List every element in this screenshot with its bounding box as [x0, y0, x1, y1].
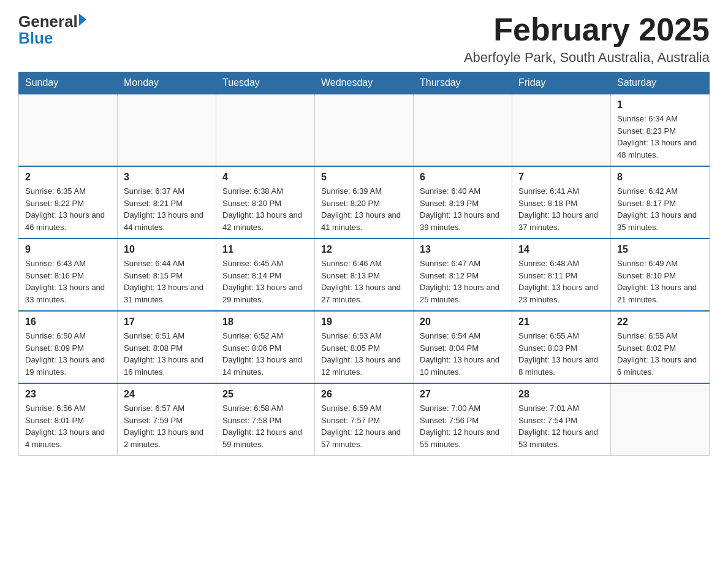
- day-info: Sunrise: 6:55 AM Sunset: 8:03 PM Dayligh…: [518, 330, 604, 378]
- day-number: 23: [25, 389, 111, 400]
- calendar-empty-cell: [19, 94, 118, 166]
- day-info: Sunrise: 6:53 AM Sunset: 8:05 PM Dayligh…: [321, 330, 407, 378]
- calendar-header-wednesday: Wednesday: [315, 72, 414, 94]
- calendar-table: SundayMondayTuesdayWednesdayThursdayFrid…: [18, 72, 710, 456]
- calendar-day-12: 12Sunrise: 6:46 AM Sunset: 8:13 PM Dayli…: [315, 239, 414, 311]
- day-number: 27: [420, 389, 506, 400]
- day-number: 12: [321, 244, 407, 255]
- logo: General Blue: [18, 12, 86, 48]
- calendar-day-18: 18Sunrise: 6:52 AM Sunset: 8:06 PM Dayli…: [216, 311, 315, 383]
- day-info: Sunrise: 6:39 AM Sunset: 8:20 PM Dayligh…: [321, 185, 407, 233]
- calendar-header-tuesday: Tuesday: [216, 72, 315, 94]
- logo-arrow-icon: [79, 13, 86, 26]
- calendar-week-row: 1Sunrise: 6:34 AM Sunset: 8:23 PM Daylig…: [19, 94, 710, 166]
- calendar-week-row: 23Sunrise: 6:56 AM Sunset: 8:01 PM Dayli…: [19, 383, 710, 456]
- calendar-header-sunday: Sunday: [19, 72, 118, 94]
- day-info: Sunrise: 6:45 AM Sunset: 8:14 PM Dayligh…: [222, 258, 308, 305]
- calendar-day-3: 3Sunrise: 6:37 AM Sunset: 8:21 PM Daylig…: [118, 166, 216, 239]
- calendar-week-row: 16Sunrise: 6:50 AM Sunset: 8:09 PM Dayli…: [19, 311, 710, 383]
- calendar-day-23: 23Sunrise: 6:56 AM Sunset: 8:01 PM Dayli…: [19, 383, 118, 456]
- calendar-day-27: 27Sunrise: 7:00 AM Sunset: 7:56 PM Dayli…: [414, 383, 512, 456]
- calendar-day-14: 14Sunrise: 6:48 AM Sunset: 8:11 PM Dayli…: [512, 239, 611, 311]
- calendar-day-8: 8Sunrise: 6:42 AM Sunset: 8:17 PM Daylig…: [611, 166, 710, 239]
- day-info: Sunrise: 7:00 AM Sunset: 7:56 PM Dayligh…: [420, 402, 506, 450]
- day-info: Sunrise: 6:44 AM Sunset: 8:15 PM Dayligh…: [124, 258, 210, 305]
- calendar-day-24: 24Sunrise: 6:57 AM Sunset: 7:59 PM Dayli…: [118, 383, 216, 456]
- calendar-empty-cell: [414, 94, 512, 166]
- day-number: 20: [420, 316, 506, 327]
- calendar-day-19: 19Sunrise: 6:53 AM Sunset: 8:05 PM Dayli…: [315, 311, 414, 383]
- day-number: 7: [518, 172, 604, 183]
- day-info: Sunrise: 6:59 AM Sunset: 7:57 PM Dayligh…: [321, 402, 407, 450]
- day-number: 2: [25, 172, 111, 183]
- calendar-day-26: 26Sunrise: 6:59 AM Sunset: 7:57 PM Dayli…: [315, 383, 414, 456]
- day-info: Sunrise: 6:52 AM Sunset: 8:06 PM Dayligh…: [222, 330, 308, 378]
- logo-blue-text: Blue: [18, 29, 53, 48]
- calendar-header-saturday: Saturday: [611, 72, 710, 94]
- day-number: 10: [124, 244, 210, 255]
- day-number: 13: [420, 244, 506, 255]
- location-subtitle: Aberfoyle Park, South Australia, Austral…: [464, 50, 710, 66]
- calendar-day-1: 1Sunrise: 6:34 AM Sunset: 8:23 PM Daylig…: [611, 94, 710, 166]
- day-info: Sunrise: 6:37 AM Sunset: 8:21 PM Dayligh…: [124, 185, 210, 233]
- calendar-header-row: SundayMondayTuesdayWednesdayThursdayFrid…: [19, 72, 710, 94]
- day-number: 3: [124, 172, 210, 183]
- day-number: 22: [617, 316, 703, 327]
- day-number: 25: [222, 389, 308, 400]
- day-info: Sunrise: 6:57 AM Sunset: 7:59 PM Dayligh…: [124, 402, 210, 450]
- day-info: Sunrise: 6:49 AM Sunset: 8:10 PM Dayligh…: [617, 258, 703, 305]
- calendar-day-20: 20Sunrise: 6:54 AM Sunset: 8:04 PM Dayli…: [414, 311, 512, 383]
- day-info: Sunrise: 6:41 AM Sunset: 8:18 PM Dayligh…: [518, 185, 604, 233]
- day-info: Sunrise: 6:43 AM Sunset: 8:16 PM Dayligh…: [25, 258, 111, 305]
- calendar-day-22: 22Sunrise: 6:55 AM Sunset: 8:02 PM Dayli…: [611, 311, 710, 383]
- day-number: 4: [222, 172, 308, 183]
- calendar-empty-cell: [512, 94, 611, 166]
- day-number: 1: [617, 99, 703, 110]
- calendar-day-16: 16Sunrise: 6:50 AM Sunset: 8:09 PM Dayli…: [19, 311, 118, 383]
- day-number: 17: [124, 316, 210, 327]
- day-number: 26: [321, 389, 407, 400]
- day-number: 11: [222, 244, 308, 255]
- month-title: February 2025: [464, 12, 710, 47]
- day-info: Sunrise: 7:01 AM Sunset: 7:54 PM Dayligh…: [518, 402, 604, 450]
- day-number: 21: [518, 316, 604, 327]
- day-info: Sunrise: 6:51 AM Sunset: 8:08 PM Dayligh…: [124, 330, 210, 378]
- day-number: 15: [617, 244, 703, 255]
- page-header: General Blue February 2025 Aberfoyle Par…: [18, 12, 710, 66]
- calendar-day-28: 28Sunrise: 7:01 AM Sunset: 7:54 PM Dayli…: [512, 383, 611, 456]
- calendar-day-7: 7Sunrise: 6:41 AM Sunset: 8:18 PM Daylig…: [512, 166, 611, 239]
- day-info: Sunrise: 6:56 AM Sunset: 8:01 PM Dayligh…: [25, 402, 111, 450]
- day-info: Sunrise: 6:46 AM Sunset: 8:13 PM Dayligh…: [321, 258, 407, 305]
- calendar-day-2: 2Sunrise: 6:35 AM Sunset: 8:22 PM Daylig…: [19, 166, 118, 239]
- day-number: 16: [25, 316, 111, 327]
- day-number: 9: [25, 244, 111, 255]
- day-number: 28: [518, 389, 604, 400]
- day-info: Sunrise: 6:50 AM Sunset: 8:09 PM Dayligh…: [25, 330, 111, 378]
- day-info: Sunrise: 6:58 AM Sunset: 7:58 PM Dayligh…: [222, 402, 308, 450]
- calendar-empty-cell: [611, 383, 710, 456]
- calendar-day-5: 5Sunrise: 6:39 AM Sunset: 8:20 PM Daylig…: [315, 166, 414, 239]
- calendar-empty-cell: [118, 94, 216, 166]
- calendar-day-13: 13Sunrise: 6:47 AM Sunset: 8:12 PM Dayli…: [414, 239, 512, 311]
- calendar-day-10: 10Sunrise: 6:44 AM Sunset: 8:15 PM Dayli…: [118, 239, 216, 311]
- calendar-week-row: 2Sunrise: 6:35 AM Sunset: 8:22 PM Daylig…: [19, 166, 710, 239]
- day-number: 18: [222, 316, 308, 327]
- day-info: Sunrise: 6:48 AM Sunset: 8:11 PM Dayligh…: [518, 258, 604, 305]
- day-info: Sunrise: 6:47 AM Sunset: 8:12 PM Dayligh…: [420, 258, 506, 305]
- calendar-header-thursday: Thursday: [414, 72, 512, 94]
- calendar-empty-cell: [315, 94, 414, 166]
- day-number: 14: [518, 244, 604, 255]
- day-info: Sunrise: 6:38 AM Sunset: 8:20 PM Dayligh…: [222, 185, 308, 233]
- day-info: Sunrise: 6:34 AM Sunset: 8:23 PM Dayligh…: [617, 113, 703, 161]
- day-number: 8: [617, 172, 703, 183]
- calendar-day-11: 11Sunrise: 6:45 AM Sunset: 8:14 PM Dayli…: [216, 239, 315, 311]
- day-info: Sunrise: 6:55 AM Sunset: 8:02 PM Dayligh…: [617, 330, 703, 378]
- calendar-day-4: 4Sunrise: 6:38 AM Sunset: 8:20 PM Daylig…: [216, 166, 315, 239]
- day-number: 19: [321, 316, 407, 327]
- day-number: 24: [124, 389, 210, 400]
- day-number: 6: [420, 172, 506, 183]
- title-block: February 2025 Aberfoyle Park, South Aust…: [464, 12, 710, 66]
- day-info: Sunrise: 6:35 AM Sunset: 8:22 PM Dayligh…: [25, 185, 111, 233]
- day-number: 5: [321, 172, 407, 183]
- day-info: Sunrise: 6:40 AM Sunset: 8:19 PM Dayligh…: [420, 185, 506, 233]
